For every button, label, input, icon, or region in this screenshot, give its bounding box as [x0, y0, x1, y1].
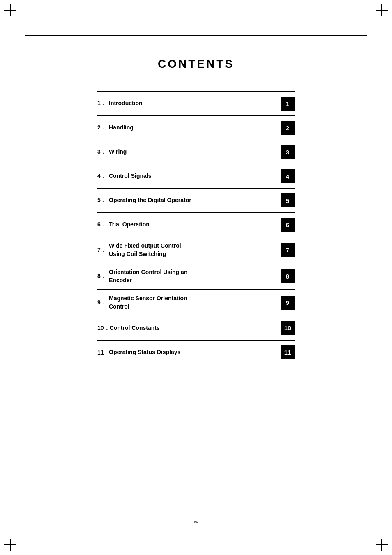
toc-title-8: Orientation Control Using anEncoder [109, 268, 276, 284]
toc-prefix-11: 11 [97, 349, 109, 356]
corner-mark-top-right [371, 4, 388, 21]
toc-item-6[interactable]: 6． Trial Operation 6 [97, 212, 295, 237]
toc-title-3: Wiring [109, 148, 276, 156]
toc-prefix-3: 3． [97, 148, 109, 156]
toc-prefix-10: 10． [97, 325, 110, 332]
toc-badge-2: 2 [281, 121, 295, 135]
toc-badge-6: 6 [281, 218, 295, 232]
toc-item-5[interactable]: 5． Operating the Digital Operator 5 [97, 188, 295, 212]
toc-title-6: Trial Operation [109, 221, 276, 229]
toc-badge-11: 11 [281, 345, 295, 359]
toc-item-10[interactable]: 10． Control Constants 10 [97, 316, 295, 340]
toc-item-7[interactable]: 7． Wide Fixed-output ControlUsing Coil S… [97, 237, 295, 263]
main-content: CONTENTS 1． Introduction 1 2． Handling 2… [25, 45, 367, 364]
toc-badge-5: 5 [281, 193, 295, 207]
toc-title-5: Operating the Digital Operator [109, 196, 276, 205]
toc-item-1[interactable]: 1． Introduction 1 [97, 91, 295, 115]
toc-prefix-7: 7． [97, 246, 109, 254]
page-number: xv [194, 519, 198, 524]
toc-badge-1: 1 [281, 97, 295, 111]
toc-prefix-5: 5． [97, 197, 109, 204]
page-title: CONTENTS [25, 58, 367, 71]
toc-prefix-8: 8． [97, 273, 109, 280]
toc-badge-10: 10 [281, 321, 295, 335]
corner-mark-bottom-left [4, 534, 21, 551]
toc-title-10: Control Constants [110, 324, 276, 332]
toc-title-1: Introduction [109, 99, 276, 108]
toc-prefix-6: 6． [97, 221, 109, 228]
toc-item-2[interactable]: 2． Handling 2 [97, 115, 295, 140]
toc-item-3[interactable]: 3． Wiring 3 [97, 140, 295, 164]
toc-title-9: Magnetic Sensor OrientationControl [109, 295, 276, 311]
corner-mark-top-left [4, 4, 21, 21]
toc-badge-9: 9 [281, 296, 295, 310]
toc-item-9[interactable]: 9． Magnetic Sensor OrientationControl 9 [97, 289, 295, 315]
toc-badge-8: 8 [281, 269, 295, 283]
toc-prefix-9: 9． [97, 299, 109, 306]
toc-item-11[interactable]: 11 Operating Status Displays 11 [97, 340, 295, 364]
toc-badge-4: 4 [281, 169, 295, 183]
toc-title-11: Operating Status Displays [109, 348, 276, 357]
crosshair-top-center [190, 2, 202, 14]
toc-item-4[interactable]: 4． Control Signals 4 [97, 164, 295, 188]
toc-title-4: Control Signals [109, 172, 276, 180]
toc-badge-7: 7 [281, 243, 295, 257]
toc-prefix-2: 2． [97, 124, 109, 131]
top-rule [25, 35, 367, 36]
toc-prefix-4: 4． [97, 173, 109, 180]
toc-title-7: Wide Fixed-output ControlUsing Coil Swit… [109, 242, 276, 258]
toc-prefix-1: 1． [97, 100, 109, 107]
corner-mark-bottom-right [371, 534, 388, 551]
toc-container: 1． Introduction 1 2． Handling 2 3． Wirin… [97, 91, 295, 364]
crosshair-bottom-center [190, 541, 202, 553]
toc-item-8[interactable]: 8． Orientation Control Using anEncoder 8 [97, 263, 295, 289]
toc-badge-3: 3 [281, 145, 295, 159]
toc-title-2: Handling [109, 124, 276, 132]
